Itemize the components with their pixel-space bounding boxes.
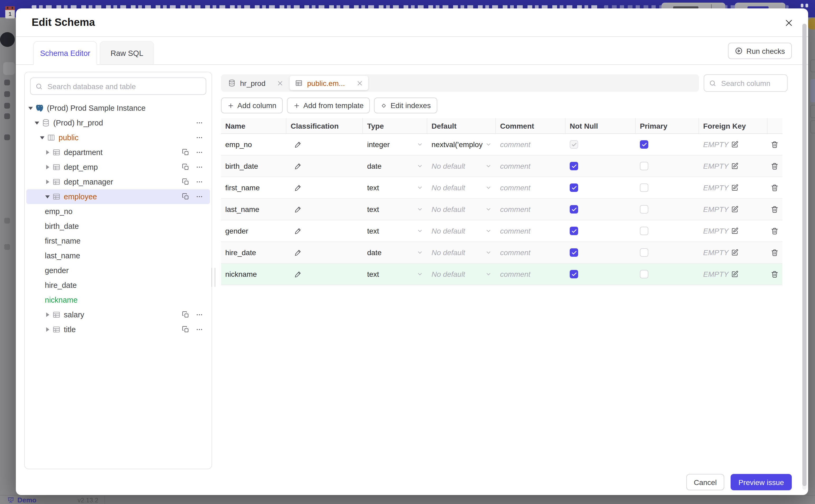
- comment-input[interactable]: comment: [496, 177, 566, 198]
- type-select[interactable]: date: [363, 156, 427, 177]
- square-pen-icon[interactable]: [731, 184, 739, 191]
- not-null-checkbox-checked[interactable]: [570, 162, 578, 170]
- more-menu-icon[interactable]: [196, 178, 203, 186]
- pencil-icon[interactable]: [294, 184, 302, 191]
- more-menu-icon[interactable]: [196, 149, 203, 156]
- type-select[interactable]: integer: [363, 134, 427, 155]
- primary-checkbox[interactable]: [640, 183, 648, 192]
- more-menu-icon[interactable]: [196, 193, 203, 200]
- column-name-cell[interactable]: hire_date: [221, 242, 286, 263]
- tree-item-employee[interactable]: employee: [26, 189, 210, 204]
- column-search-input[interactable]: [720, 78, 782, 88]
- primary-checkbox[interactable]: [640, 227, 648, 235]
- default-select[interactable]: No default: [427, 264, 496, 285]
- square-pen-icon[interactable]: [731, 227, 739, 235]
- trash-icon[interactable]: [771, 249, 779, 256]
- tree-item-first-name[interactable]: first_name: [26, 234, 210, 248]
- comment-input[interactable]: comment: [496, 134, 566, 155]
- tree-item-last-name[interactable]: last_name: [26, 248, 210, 263]
- default-select[interactable]: nextval('employ: [427, 134, 496, 155]
- demo-link[interactable]: Demo: [17, 496, 36, 504]
- default-select[interactable]: No default: [427, 156, 496, 177]
- tree-item--prod-prod-sample-instance[interactable]: (Prod) Prod Sample Instance: [26, 101, 210, 115]
- comment-input[interactable]: comment: [496, 264, 566, 285]
- more-menu-icon[interactable]: [196, 311, 203, 318]
- tree-search-input[interactable]: [46, 81, 201, 91]
- tree-item-emp-no[interactable]: emp_no: [26, 204, 210, 219]
- tree-item--prod-hr-prod[interactable]: (Prod) hr_prod: [26, 115, 210, 130]
- close-icon[interactable]: [356, 80, 363, 86]
- type-select[interactable]: date: [363, 242, 427, 263]
- column-name-cell[interactable]: birth_date: [221, 156, 286, 177]
- default-select[interactable]: No default: [427, 242, 496, 263]
- primary-checkbox-checked[interactable]: [640, 140, 648, 149]
- square-pen-icon[interactable]: [731, 270, 739, 278]
- type-select[interactable]: text: [363, 177, 427, 198]
- column-name-cell[interactable]: first_name: [221, 177, 286, 198]
- comment-input[interactable]: comment: [496, 220, 566, 241]
- tab-chip-public-em-[interactable]: public.em...: [290, 76, 368, 90]
- caret-down-icon[interactable]: [27, 105, 34, 111]
- preview-issue-button[interactable]: Preview issue: [731, 474, 792, 490]
- primary-checkbox[interactable]: [640, 162, 648, 170]
- default-select[interactable]: No default: [427, 199, 496, 220]
- close-icon[interactable]: [277, 80, 283, 86]
- pencil-icon[interactable]: [294, 141, 302, 148]
- more-menu-icon[interactable]: [196, 119, 203, 127]
- column-name-cell[interactable]: gender: [221, 220, 286, 241]
- tab-raw-sql[interactable]: Raw SQL: [100, 41, 154, 65]
- square-pen-icon[interactable]: [731, 249, 739, 256]
- add-column-button[interactable]: Add column: [221, 98, 283, 113]
- tree-item-gender[interactable]: gender: [26, 263, 210, 278]
- not-null-checkbox-checked[interactable]: [570, 183, 578, 192]
- column-name-cell[interactable]: last_name: [221, 199, 286, 220]
- square-pen-icon[interactable]: [731, 206, 739, 213]
- add-from-template-button[interactable]: Add from template: [287, 98, 370, 113]
- trash-icon[interactable]: [771, 162, 779, 170]
- caret-right-icon[interactable]: [44, 312, 51, 318]
- cancel-button[interactable]: Cancel: [686, 474, 724, 490]
- copy-icon[interactable]: [182, 178, 189, 186]
- tree-item-birth-date[interactable]: birth_date: [26, 219, 210, 234]
- trash-icon[interactable]: [771, 140, 779, 148]
- pencil-icon[interactable]: [294, 162, 302, 170]
- tab-chip-hr-prod[interactable]: hr_prod: [223, 76, 289, 90]
- tree-item-dept-manager[interactable]: dept_manager: [26, 175, 210, 189]
- primary-checkbox[interactable]: [640, 205, 648, 214]
- tree-item-public[interactable]: public: [26, 130, 210, 145]
- run-checks-button[interactable]: Run checks: [728, 43, 792, 59]
- copy-icon[interactable]: [182, 311, 189, 318]
- caret-right-icon[interactable]: [44, 326, 51, 333]
- scrollbar-thumb[interactable]: [802, 24, 807, 486]
- pencil-icon[interactable]: [294, 249, 302, 256]
- copy-icon[interactable]: [182, 193, 189, 200]
- primary-checkbox[interactable]: [640, 270, 648, 278]
- default-select[interactable]: No default: [427, 220, 496, 241]
- tab-schema-editor[interactable]: Schema Editor: [33, 41, 97, 65]
- primary-checkbox[interactable]: [640, 248, 648, 257]
- caret-down-icon[interactable]: [44, 193, 51, 200]
- tree-item-dept-emp[interactable]: dept_emp: [26, 160, 210, 175]
- panel-resize-handle[interactable]: [211, 268, 215, 287]
- type-select[interactable]: text: [363, 264, 427, 285]
- comment-input[interactable]: comment: [496, 242, 566, 263]
- not-null-checkbox-checked[interactable]: [570, 205, 578, 214]
- not-null-checkbox-checked[interactable]: [570, 248, 578, 257]
- square-pen-icon[interactable]: [731, 162, 739, 170]
- type-select[interactable]: text: [363, 220, 427, 241]
- not-null-checkbox-checked[interactable]: [570, 270, 578, 278]
- column-name-cell[interactable]: emp_no: [221, 134, 286, 155]
- more-menu-icon[interactable]: [196, 134, 203, 141]
- trash-icon[interactable]: [771, 205, 779, 213]
- more-menu-icon[interactable]: [196, 326, 203, 333]
- comment-input[interactable]: comment: [496, 156, 566, 177]
- pencil-icon[interactable]: [294, 227, 302, 235]
- caret-right-icon[interactable]: [44, 164, 51, 170]
- copy-icon[interactable]: [182, 163, 189, 171]
- tree-item-department[interactable]: department: [26, 145, 210, 160]
- tree-item-nickname[interactable]: nickname: [26, 293, 210, 307]
- square-pen-icon[interactable]: [731, 141, 739, 148]
- caret-right-icon[interactable]: [44, 149, 51, 156]
- tree-item-title[interactable]: title: [26, 322, 210, 337]
- copy-icon[interactable]: [182, 326, 189, 333]
